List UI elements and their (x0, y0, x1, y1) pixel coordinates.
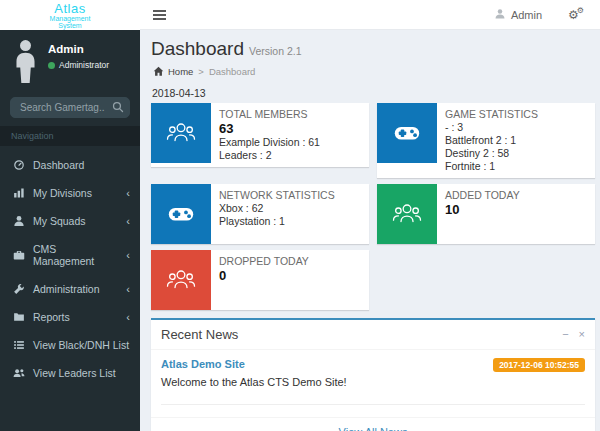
search-icon[interactable] (112, 101, 124, 115)
chevron-left-icon (126, 216, 130, 227)
sidebar-item-my-squads[interactable]: My Squads (0, 207, 140, 235)
stat-line: Destiny 2 : 58 (445, 147, 538, 160)
chevron-left-icon (126, 250, 130, 261)
sidebar-item-dashboard[interactable]: Dashboard (0, 151, 140, 179)
chevron-left-icon (126, 284, 130, 295)
news-timestamp-badge: 2017-12-06 10:52:55 (493, 358, 585, 372)
home-icon (153, 66, 164, 77)
news-item-title[interactable]: Atlas Demo Site (161, 358, 245, 370)
sidebar-search (10, 97, 130, 118)
minimize-icon[interactable]: − (562, 329, 568, 340)
recent-news-panel: Recent News − × Atlas Demo Site 2017-12-… (151, 318, 595, 431)
bar-chart-icon (13, 187, 25, 199)
sidebar-item-reports[interactable]: Reports (0, 303, 140, 331)
users-icon (13, 367, 25, 379)
sidebar-nav: Dashboard My Divisions My Squads CMS Man… (0, 146, 140, 387)
breadcrumb-separator: > (198, 66, 204, 77)
logo[interactable]: Atlas Management System (0, 0, 140, 30)
sidebar-item-view-leaders-list[interactable]: View Leaders List (0, 359, 140, 387)
logo-name: Atlas (0, 2, 140, 15)
hamburger-menu-icon[interactable] (140, 0, 178, 29)
stat-card-total-members: TOTAL MEMBERS 63 Example Division : 61 L… (151, 103, 369, 167)
sidebar-user-name: Admin (48, 43, 109, 55)
stat-card-dropped-today: DROPPED TODAY 0 (151, 250, 369, 310)
breadcrumb-home[interactable]: Home (153, 66, 193, 77)
folder-icon (13, 311, 25, 323)
stat-value: 0 (219, 268, 309, 283)
group-icon (151, 103, 211, 163)
sidebar-user-panel: Admin Administrator (0, 30, 140, 91)
stat-line: Leaders : 2 (219, 149, 320, 162)
group-icon (151, 250, 211, 310)
gamepad-icon (377, 103, 437, 163)
user-role-label: Administrator (59, 60, 109, 70)
sidebar-item-my-divisions[interactable]: My Divisions (0, 179, 140, 207)
close-icon[interactable]: × (579, 329, 585, 340)
user-menu-label: Admin (511, 9, 542, 21)
breadcrumb-current: Dashboard (209, 66, 255, 77)
settings-menu[interactable]: ⚙⚙ (554, 0, 600, 29)
logo-line3: System (0, 22, 140, 29)
sidebar-item-view-black-dnh-list[interactable]: View Black/DNH List (0, 331, 140, 359)
sidebar-item-cms-management[interactable]: CMS Management (0, 235, 140, 275)
online-status-dot (48, 62, 55, 69)
briefcase-icon (13, 249, 25, 261)
user-menu[interactable]: Admin (482, 0, 554, 29)
page-version: Version 2.1 (249, 45, 302, 57)
stat-card-added-today: ADDED TODAY 10 (377, 184, 595, 244)
breadcrumb: Home > Dashboard (153, 66, 595, 77)
news-item-body: Welcome to the Atlas CTS Demo Site! (161, 376, 585, 388)
stat-line: Playstation : 1 (219, 215, 335, 228)
sidebar-item-label: My Squads (33, 215, 86, 227)
page-title: Dashboard (151, 38, 244, 59)
user-icon (13, 215, 25, 227)
stat-title: NETWORK STATISTICS (219, 189, 335, 202)
date-label: 2018-04-13 (152, 87, 595, 99)
stat-card-game-statistics: GAME STATISTICS - : 3 Battlefront 2 : 1 … (377, 103, 595, 178)
avatar (12, 39, 39, 85)
content-area: DashboardVersion 2.1 Home > Dashboard 20… (140, 30, 600, 431)
nav-section-header: Navigation (0, 126, 140, 146)
group-icon (377, 184, 437, 244)
navbar: Admin ⚙⚙ (140, 0, 600, 30)
sidebar-item-label: My Divisions (33, 187, 92, 199)
stat-line: Battlefront 2 : 1 (445, 134, 538, 147)
stat-title: ADDED TODAY (445, 189, 520, 202)
user-icon (494, 8, 506, 22)
wrench-icon (13, 283, 25, 295)
chevron-left-icon (126, 312, 130, 323)
sidebar-item-label: CMS Management (33, 243, 118, 267)
stat-line: Xbox : 62 (219, 202, 335, 215)
stat-title: DROPPED TODAY (219, 255, 309, 268)
stat-value: 63 (219, 121, 320, 136)
chevron-left-icon (126, 188, 130, 199)
stat-value: 10 (445, 202, 520, 217)
view-all-news-link[interactable]: View All News (339, 426, 408, 431)
user-status: Administrator (48, 60, 109, 70)
cog-small-icon: ⚙ (577, 6, 584, 15)
sidebar-item-administration[interactable]: Administration (0, 275, 140, 303)
logo-line2: Management (0, 15, 140, 22)
stats-grid: TOTAL MEMBERS 63 Example Division : 61 L… (151, 103, 595, 431)
stat-title: GAME STATISTICS (445, 108, 538, 121)
dashboard-icon (13, 159, 25, 171)
stat-card-network-statistics: NETWORK STATISTICS Xbox : 62 Playstation… (151, 184, 369, 244)
sidebar-item-label: Reports (33, 311, 70, 323)
sidebar-item-label: View Black/DNH List (33, 339, 129, 351)
stat-title: TOTAL MEMBERS (219, 108, 320, 121)
sidebar-item-label: Administration (33, 283, 100, 295)
stat-line: Example Division : 61 (219, 136, 320, 149)
gamepad-icon (151, 184, 211, 244)
list-icon (13, 339, 25, 351)
top-bar: Atlas Management System Admin ⚙⚙ (0, 0, 600, 30)
panel-title: Recent News (161, 327, 238, 342)
stat-line: Fortnite : 1 (445, 160, 538, 173)
sidebar-item-label: View Leaders List (33, 367, 116, 379)
sidebar-item-label: Dashboard (33, 159, 84, 171)
sidebar: Admin Administrator Navigation Dashboar (0, 30, 140, 431)
divider (161, 404, 585, 405)
stat-line: - : 3 (445, 121, 538, 134)
app-window: Atlas Management System Admin ⚙⚙ (0, 0, 600, 431)
